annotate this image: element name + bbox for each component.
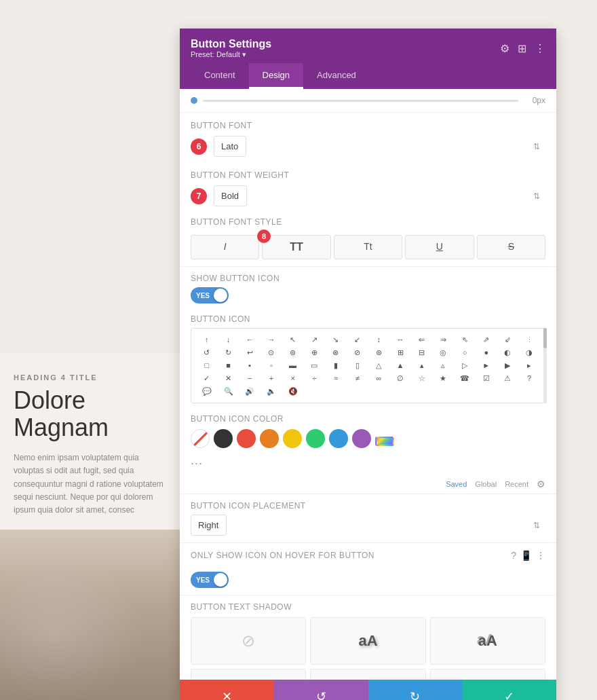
- grid-icon-u3[interactable]: 🔊: [239, 386, 260, 397]
- undo-button[interactable]: ↺: [274, 680, 368, 700]
- grid-icon-s15[interactable]: ▶: [498, 360, 518, 371]
- shadow-option-none[interactable]: ⊘: [191, 617, 306, 665]
- grid-icon-r5[interactable]: ⊚: [283, 347, 303, 358]
- grid-icon-r7[interactable]: ⊗: [326, 347, 346, 358]
- grid-icon-updown[interactable]: ↕: [369, 334, 389, 346]
- grid-icon-s13[interactable]: ▷: [455, 360, 475, 371]
- grid-icon-t1[interactable]: ✓: [197, 373, 217, 384]
- tab-advanced[interactable]: Advanced: [303, 63, 370, 89]
- grid-icon-t14[interactable]: ☑: [476, 373, 497, 384]
- grid-icon-r13[interactable]: ○: [455, 347, 475, 358]
- grid-icon-right[interactable]: →: [261, 334, 282, 346]
- grid-icon-s5[interactable]: ▬: [283, 360, 303, 371]
- grid-icon-dbl-ne[interactable]: ⇗: [476, 334, 497, 346]
- grid-icon-se[interactable]: ↘: [326, 334, 346, 346]
- grid-icon-u1[interactable]: 💬: [197, 386, 217, 397]
- grid-icon-s14[interactable]: ►: [476, 360, 497, 371]
- more-options-icon[interactable]: ⋮: [536, 550, 545, 561]
- font-weight-select[interactable]: Bold: [214, 185, 247, 206]
- grid-icon-s6[interactable]: ▭: [304, 360, 324, 371]
- hover-toggle[interactable]: YES: [191, 572, 229, 588]
- grid-icon-u4[interactable]: 🔈: [261, 386, 282, 397]
- grid-icon-dbl-left[interactable]: ⇐: [412, 334, 432, 346]
- color-swatch-gradient[interactable]: [375, 437, 394, 446]
- grid-icon-dbl-right[interactable]: ⇒: [434, 334, 454, 346]
- shadow-option-3[interactable]: aA: [191, 669, 306, 680]
- color-swatch-transparent[interactable]: [191, 429, 210, 448]
- small-caps-button[interactable]: Tt: [334, 235, 402, 259]
- grid-icon-r4[interactable]: ⊙: [261, 347, 282, 358]
- grid-icon-r6[interactable]: ⊕: [304, 347, 324, 358]
- grid-icon-s1[interactable]: □: [197, 360, 217, 371]
- color-swatch-purple[interactable]: [352, 429, 371, 448]
- panel-preset[interactable]: Preset: Default ▾: [191, 50, 271, 59]
- grid-icon-s7[interactable]: ▮: [326, 360, 346, 371]
- grid-icon-r8[interactable]: ⊘: [347, 347, 368, 358]
- grid-icon-t12[interactable]: ★: [434, 373, 454, 384]
- grid-icon-s11[interactable]: ▴: [412, 360, 432, 371]
- grid-icon-up[interactable]: ↑: [197, 334, 217, 346]
- grid-icon-r12[interactable]: ◎: [434, 347, 454, 358]
- settings-icon[interactable]: ⚙: [500, 42, 509, 55]
- grid-icon-sw[interactable]: ↙: [347, 334, 368, 346]
- layout-icon[interactable]: ⊞: [518, 42, 526, 55]
- grid-icon-u2[interactable]: 🔍: [218, 386, 239, 397]
- slider-track[interactable]: [203, 100, 518, 102]
- redo-button[interactable]: ↻: [368, 680, 463, 700]
- grid-icon-nw[interactable]: ↖: [283, 334, 303, 346]
- grid-icon-r14[interactable]: ●: [476, 347, 497, 358]
- icon-grid-scrollbar[interactable]: [543, 328, 547, 403]
- shadow-option-4[interactable]: aA: [310, 669, 425, 680]
- font-select[interactable]: Lato: [214, 136, 246, 157]
- grid-icon-s3[interactable]: ▪: [239, 360, 260, 371]
- grid-icon-t9[interactable]: ∞: [369, 373, 389, 384]
- grid-icon-s12[interactable]: ▵: [434, 360, 454, 371]
- italic-button[interactable]: I: [191, 235, 259, 259]
- grid-icon-s10[interactable]: ▲: [390, 360, 410, 371]
- confirm-button[interactable]: ✓: [462, 680, 556, 700]
- grid-icon-dbl-se[interactable]: ⇙: [498, 334, 518, 346]
- grid-icon-s8[interactable]: ▯: [347, 360, 368, 371]
- color-swatch-green[interactable]: [306, 429, 325, 448]
- grid-icon-t15[interactable]: ⚠: [498, 373, 518, 384]
- grid-icon-r16[interactable]: ◑: [519, 347, 539, 358]
- grid-icon-r9[interactable]: ⊛: [369, 347, 389, 358]
- grid-icon-down[interactable]: ↓: [218, 334, 239, 346]
- grid-icon-t13[interactable]: ☎: [455, 373, 475, 384]
- grid-icon-dbl-nw[interactable]: ⇖: [455, 334, 475, 346]
- color-swatch-orange[interactable]: [260, 429, 279, 448]
- grid-icon-s4[interactable]: ▫: [261, 360, 282, 371]
- grid-icon-left[interactable]: ←: [239, 334, 260, 346]
- show-button-icon-toggle[interactable]: YES: [191, 287, 229, 303]
- grid-icon-r11[interactable]: ⊟: [412, 347, 432, 358]
- grid-icon-leftright[interactable]: ↔: [390, 334, 410, 346]
- grid-icon-t11[interactable]: ☆: [412, 373, 432, 384]
- tab-design[interactable]: Design: [249, 63, 303, 89]
- grid-icon-s16[interactable]: ▸: [519, 360, 539, 371]
- grid-icon-r15[interactable]: ◐: [498, 347, 518, 358]
- more-dots[interactable]: ···: [191, 456, 203, 471]
- grid-icon-r2[interactable]: ↻: [218, 347, 239, 358]
- color-swatch-blue[interactable]: [329, 429, 348, 448]
- grid-icon-s2[interactable]: ■: [218, 360, 239, 371]
- grid-icon-u5[interactable]: 🔇: [283, 386, 303, 397]
- grid-icon-t8[interactable]: ≠: [347, 373, 368, 384]
- more-icon[interactable]: ⋮: [535, 42, 545, 55]
- grid-icon-t2[interactable]: ✕: [218, 373, 239, 384]
- cancel-button[interactable]: ✕: [180, 680, 274, 700]
- tab-content[interactable]: Content: [191, 63, 249, 89]
- grid-icon-t4[interactable]: +: [261, 373, 282, 384]
- grid-icon-t10[interactable]: ∅: [390, 373, 410, 384]
- underline-button[interactable]: U: [405, 235, 474, 259]
- shadow-option-5[interactable]: aA: [430, 669, 545, 680]
- placement-select[interactable]: Right Left: [191, 515, 227, 536]
- question-icon[interactable]: ?: [511, 550, 516, 561]
- grid-icon-ne[interactable]: ↗: [304, 334, 324, 346]
- grid-icon-t5[interactable]: ×: [283, 373, 303, 384]
- grid-icon-t6[interactable]: ÷: [304, 373, 324, 384]
- grid-icon-t7[interactable]: ≈: [326, 373, 346, 384]
- grid-icon-t3[interactable]: −: [239, 373, 260, 384]
- color-swatch-yellow[interactable]: [283, 429, 302, 448]
- color-swatch-red[interactable]: [237, 429, 256, 448]
- grid-icon-r3[interactable]: ↩: [239, 347, 260, 358]
